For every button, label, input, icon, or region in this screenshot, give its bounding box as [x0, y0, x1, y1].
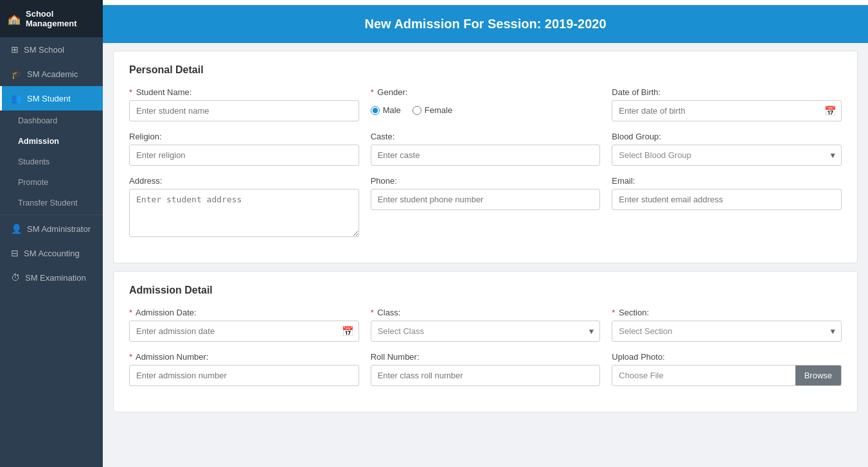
admission-form-row-2: * Admission Number: Roll Number: Upload … — [129, 352, 842, 386]
admission-label: Admission — [18, 137, 59, 146]
sidebar-sub-dashboard[interactable]: Dashboard — [0, 110, 103, 131]
dob-input[interactable] — [612, 100, 842, 121]
form-row-2: Religion: Caste: Blood Group: Select Blo… — [129, 132, 842, 166]
dob-group: Date of Birth: 📅 — [612, 87, 842, 121]
student-name-label: * Student Name: — [129, 87, 359, 97]
personal-detail-section: Personal Detail * Student Name: * Gender… — [113, 51, 858, 263]
admission-form-row-1: * Admission Date: 📅 * Class: Select Clas… — [129, 308, 842, 342]
sm-student-icon: 👥 — [11, 93, 22, 103]
section-label: * Section: — [612, 308, 842, 317]
banner-title: New Admission For Session: 2019-2020 — [364, 17, 606, 31]
caste-group: Caste: — [371, 132, 601, 166]
gender-male-text: Male — [383, 105, 401, 115]
sidebar-logo-label: School Management — [26, 9, 95, 28]
admission-number-input[interactable] — [129, 365, 359, 386]
sidebar-logo: 🏫 School Management — [0, 0, 103, 37]
gender-female-label[interactable]: Female — [412, 105, 452, 115]
sidebar-item-sm-examination[interactable]: ⏱ SM Examination — [0, 265, 103, 290]
blood-group-group: Blood Group: Select Blood Group A+ A- B+… — [612, 132, 842, 166]
dob-input-wrapper: 📅 — [612, 100, 842, 121]
admission-detail-section: Admission Detail * Admission Date: 📅 * C… — [113, 271, 858, 412]
dashboard-label: Dashboard — [18, 116, 57, 125]
admission-date-input-wrapper: 📅 — [129, 321, 359, 342]
blood-group-label: Blood Group: — [612, 132, 842, 141]
sm-examination-icon: ⏱ — [11, 272, 20, 283]
gender-group: * Gender: Male Female — [371, 87, 601, 121]
sidebar-sub-students[interactable]: Students — [0, 152, 103, 172]
sidebar-item-sm-student[interactable]: 👥 SM Student — [0, 86, 103, 110]
section-select-wrapper: Select Section A B C D ▼ — [612, 321, 842, 342]
sidebar-item-sm-school[interactable]: ⊞ SM School — [0, 37, 103, 62]
promote-label: Promote — [18, 178, 48, 187]
class-label: * Class: — [371, 308, 601, 317]
address-group: Address: — [129, 176, 359, 237]
religion-group: Religion: — [129, 132, 359, 166]
address-input[interactable] — [129, 189, 359, 237]
email-label: Email: — [612, 176, 842, 186]
gender-male-label[interactable]: Male — [371, 105, 401, 115]
gender-female-text: Female — [425, 105, 452, 115]
browse-button[interactable]: Browse — [795, 366, 841, 385]
section-group: * Section: Select Section A B C D ▼ — [612, 308, 842, 342]
school-icon: 🏫 — [8, 13, 21, 25]
admission-number-group: * Admission Number: — [129, 352, 359, 386]
personal-detail-title: Personal Detail — [129, 64, 842, 76]
religion-label: Religion: — [129, 132, 359, 141]
class-select-wrapper: Select Class Class 1 Class 2 Class 3 Cla… — [371, 321, 601, 342]
admission-number-label: * Admission Number: — [129, 352, 359, 362]
admission-date-group: * Admission Date: 📅 — [129, 308, 359, 342]
gender-female-radio[interactable] — [412, 106, 421, 115]
sidebar-sub-transfer-student[interactable]: Transfer Student — [0, 193, 103, 213]
phone-input[interactable] — [371, 189, 601, 210]
email-input[interactable] — [612, 189, 842, 210]
upload-photo-group: Upload Photo: Choose File Browse — [612, 352, 842, 386]
gender-radio-group: Male Female — [371, 100, 601, 120]
sidebar-sub-admission[interactable]: Admission — [0, 131, 103, 152]
students-label: Students — [18, 157, 49, 166]
form-row-3: Address: Phone: Email: — [129, 176, 842, 237]
file-upload-text: Choose File — [612, 366, 795, 385]
sidebar-item-sm-student-label: SM Student — [27, 94, 71, 103]
sm-academic-icon: 🎓 — [11, 69, 22, 79]
gender-male-radio[interactable] — [371, 106, 380, 115]
student-name-input[interactable] — [129, 100, 359, 121]
main-content: New Admission For Session: 2019-2020 Per… — [103, 0, 868, 467]
admission-detail-title: Admission Detail — [129, 285, 842, 296]
sm-school-icon: ⊞ — [11, 44, 19, 55]
admission-date-input[interactable] — [129, 321, 359, 342]
transfer-student-label: Transfer Student — [18, 198, 78, 207]
class-group: * Class: Select Class Class 1 Class 2 Cl… — [371, 308, 601, 342]
phone-group: Phone: — [371, 176, 601, 237]
sidebar-item-sm-examination-label: SM Examination — [25, 273, 86, 283]
sidebar: 🏫 School Management ⊞ SM School 🎓 SM Aca… — [0, 0, 103, 467]
sidebar-divider — [0, 215, 103, 215]
admission-date-label: * Admission Date: — [129, 308, 359, 317]
phone-label: Phone: — [371, 176, 601, 186]
address-label: Address: — [129, 176, 359, 186]
sidebar-sub-promote[interactable]: Promote — [0, 172, 103, 193]
sidebar-item-sm-accounting[interactable]: ⊟ SM Accounting — [0, 241, 103, 265]
sidebar-item-sm-accounting-label: SM Accounting — [24, 249, 80, 258]
student-name-group: * Student Name: — [129, 87, 359, 121]
class-select[interactable]: Select Class Class 1 Class 2 Class 3 Cla… — [371, 321, 601, 342]
caste-label: Caste: — [371, 132, 601, 141]
religion-input[interactable] — [129, 145, 359, 166]
roll-number-input[interactable] — [371, 365, 601, 386]
top-bar — [103, 0, 868, 5]
sm-accounting-icon: ⊟ — [11, 248, 19, 258]
section-select[interactable]: Select Section A B C D — [612, 321, 842, 342]
blood-group-select[interactable]: Select Blood Group A+ A- B+ B- AB+ AB- O… — [612, 145, 842, 166]
sidebar-item-sm-administrator[interactable]: 👤 SM Administrator — [0, 216, 103, 241]
blood-group-select-wrapper: Select Blood Group A+ A- B+ B- AB+ AB- O… — [612, 145, 842, 166]
dob-label: Date of Birth: — [612, 87, 842, 97]
sidebar-item-sm-academic[interactable]: 🎓 SM Academic — [0, 62, 103, 86]
upload-photo-label: Upload Photo: — [612, 352, 842, 362]
sidebar-item-sm-academic-label: SM Academic — [27, 69, 78, 79]
page-header-banner: New Admission For Session: 2019-2020 — [103, 5, 868, 43]
roll-number-group: Roll Number: — [371, 352, 601, 386]
caste-input[interactable] — [371, 145, 601, 166]
sidebar-item-sm-administrator-label: SM Administrator — [27, 224, 91, 234]
file-upload-wrapper: Choose File Browse — [612, 365, 842, 386]
form-row-1: * Student Name: * Gender: Male — [129, 87, 842, 121]
roll-number-label: Roll Number: — [371, 352, 601, 362]
